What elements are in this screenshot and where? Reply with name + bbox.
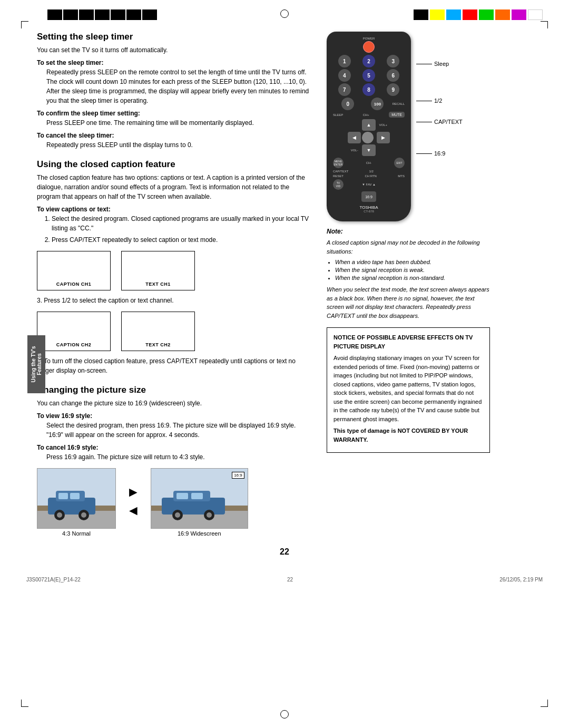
btn-7[interactable]: 7: [338, 83, 351, 96]
vol-minus-label: VOL-: [348, 144, 361, 156]
wide-label: 16:9 Widescreen: [151, 530, 248, 537]
note-bullet-1: When a video tape has been dubbed.: [335, 259, 490, 265]
power-button[interactable]: [363, 41, 375, 53]
sleep-timer-intro: You can set the TV so it turns off autom…: [37, 45, 311, 55]
reset-label: RESET: [333, 174, 344, 178]
reg-circle-bottom: [280, 710, 289, 719]
view-captions-label: To view captions or text:: [37, 206, 311, 213]
conversion-arrows: ► ◄: [126, 484, 140, 519]
warning-emphasis: This type of damage is NOT COVERED BY YO…: [333, 426, 483, 444]
caption-ch1-box: CAPTION CH1: [37, 251, 111, 290]
tv-video-button[interactable]: TVVID: [333, 179, 344, 190]
brand-label: TOSHIBA: [333, 205, 405, 210]
remote-section: POWER 1 2 3 4 5 6 7 8 9: [327, 32, 490, 221]
view-169-body: Select the desired program, then press 1…: [37, 421, 311, 440]
svg-rect-7: [70, 493, 80, 499]
normal-picture-wrap: 4:3 Normal: [37, 468, 116, 537]
fraction-label: 1/2: [369, 170, 374, 173]
svg-point-11: [81, 512, 86, 518]
set-sleep-label: To set the sleep timer:: [37, 59, 311, 66]
footer-left: J3S00721A(E)_P14-22: [26, 577, 81, 583]
text-ch1-box: TEXT CH1: [121, 251, 195, 290]
footer: J3S00721A(E)_P14-22 22 26/12/05, 2:19 PM: [26, 572, 543, 583]
caption-step-2: Press CAP/TEXT repeatedly to select capt…: [52, 235, 311, 245]
reg-circle-top: [280, 9, 289, 18]
caption-row-1: CAPTION CH1 TEXT CH1: [37, 251, 311, 290]
btn-5[interactable]: 5: [362, 69, 375, 82]
model-label: CT-878: [333, 210, 405, 213]
note-intro: A closed caption signal may not be decod…: [327, 238, 490, 256]
left-arrow: ◄: [126, 502, 140, 519]
svg-rect-17: [176, 493, 188, 499]
reset-row: RESET CH RTN MTS: [333, 174, 405, 178]
sleep-timer-heading: Setting the sleep timer: [37, 32, 311, 42]
vol-plus-label: VOL+: [377, 119, 390, 131]
corner-mark-bl: [21, 700, 28, 707]
wide-picture-wrap: 16:9: [151, 468, 248, 537]
btn-9[interactable]: 9: [387, 83, 399, 96]
svg-point-22: [207, 512, 212, 518]
btn-3[interactable]: 3: [387, 55, 399, 67]
power-label: POWER: [333, 37, 405, 40]
btn-4[interactable]: 4: [338, 69, 351, 82]
number-grid: 1 2 3 4 5 6 7 8 9: [333, 55, 405, 96]
set-sleep-body: Repeatedly press SLEEP on the remote con…: [37, 67, 311, 105]
wide-badge: 16:9: [232, 472, 244, 479]
remote-annotations: Sleep 1/2 CAP/TEXT 16:9: [416, 32, 463, 221]
mute-button[interactable]: MUTE: [389, 112, 405, 118]
left-button[interactable]: ◀: [348, 132, 361, 143]
ch-plus-label: CH+: [363, 113, 369, 117]
normal-picture-box: [37, 468, 116, 529]
btn-1[interactable]: 1: [338, 55, 351, 67]
zero-hundred-row: 0 100 RECALL: [333, 98, 405, 110]
fav-label: ▼ FAV ▲: [362, 183, 376, 186]
directional-cross: ▲ VOL+ ◀ ▶ VOL- ▼: [348, 119, 390, 156]
cap-text-annotation: CAP/TEXT: [416, 119, 463, 125]
view-169-label: To view 16:9 style:: [37, 412, 311, 420]
right-column: POWER 1 2 3 4 5 6 7 8 9: [327, 32, 490, 537]
menu-enter-button[interactable]: MENUENTER: [333, 158, 344, 168]
right-button[interactable]: ▶: [377, 132, 390, 143]
cancel-169-label: To cancel 16:9 style:: [37, 444, 311, 451]
center-button[interactable]: [362, 132, 374, 143]
corner-mark-tl: [21, 21, 28, 28]
caption-step-1: Select the desired program. Closed capti…: [52, 214, 311, 233]
picture-size-intro: You can change the picture size to 16:9 …: [37, 399, 311, 408]
sleep-annotation: Sleep: [416, 61, 463, 67]
recall-label: RECALL: [393, 102, 405, 105]
btn-0[interactable]: 0: [341, 98, 354, 110]
svg-rect-6: [58, 493, 68, 499]
cancel-sleep-body: Repeatedly press SLEEP until the display…: [37, 140, 311, 150]
page-number: 22: [26, 547, 543, 557]
footer-center: 22: [287, 577, 293, 583]
down-button[interactable]: ▼: [362, 144, 375, 156]
main-content: Setting the sleep timer You can set the …: [26, 32, 543, 537]
closed-caption-heading: Using the closed caption feature: [37, 159, 311, 170]
warning-box: NOTICE OF POSSIBLE ADVERSE EFFECTS ON TV…: [327, 327, 490, 453]
right-arrow: ►: [126, 484, 140, 500]
fraction-annotation: 1/2: [416, 98, 463, 104]
caption-ch2-box: CAPTION CH2: [37, 312, 111, 351]
btn-8[interactable]: 8: [362, 83, 375, 96]
note-bullet-2: When the signal reception is weak.: [335, 267, 490, 273]
corner-mark-br: [541, 700, 548, 707]
cap-text-label: CAP/TEXT: [333, 170, 348, 173]
sidebar-label: Using the TV's Features: [27, 335, 45, 393]
remote-control: POWER 1 2 3 4 5 6 7 8 9: [327, 32, 411, 221]
btn-2[interactable]: 2: [362, 55, 375, 67]
exit-button[interactable]: EXIT: [394, 158, 405, 168]
svg-rect-18: [191, 493, 203, 499]
closed-caption-intro: The closed caption feature has two optio…: [37, 173, 311, 201]
ch-rtn-label: CH RTN: [365, 174, 377, 178]
btn-100[interactable]: 100: [371, 98, 384, 110]
btn-6[interactable]: 6: [387, 69, 399, 82]
car-normal-svg: [37, 469, 116, 529]
cap-text-row: CAP/TEXT 1/2: [333, 170, 405, 173]
note-title: Note:: [327, 227, 490, 236]
page-container: Using the TV's Features Setting the slee…: [0, 0, 569, 728]
cancel-169-body: Press 16:9 again. The picture size will …: [37, 452, 311, 462]
up-button[interactable]: ▲: [362, 119, 375, 131]
ratio-annotation: 16:9: [416, 150, 463, 157]
mts-label: MTS: [398, 174, 405, 178]
ratio-button[interactable]: 16:9: [361, 191, 376, 202]
